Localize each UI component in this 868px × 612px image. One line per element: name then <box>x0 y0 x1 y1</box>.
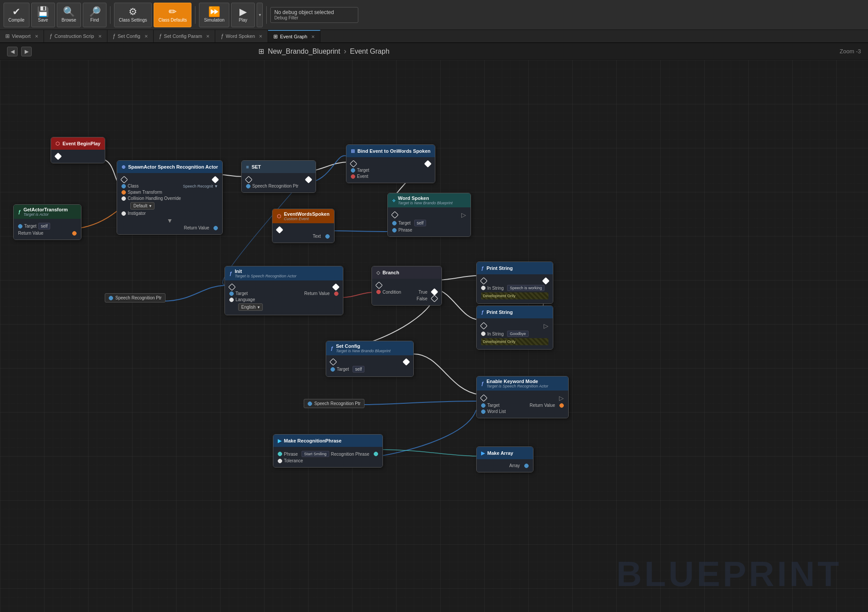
class-settings-button[interactable]: ⚙ Class Settings <box>114 3 152 27</box>
pin-row-exec <box>481 278 548 284</box>
return-pin <box>334 291 338 296</box>
target-label: Target <box>235 291 248 296</box>
eventgraph-close[interactable]: ✕ <box>311 34 315 39</box>
exec-in-pin <box>480 277 488 285</box>
blueprint-canvas[interactable]: ⬡ Event BeginPlay ƒ GetActorTransform Ta… <box>0 60 868 612</box>
tab-eventgraph[interactable]: ⊞ Event Graph ✕ <box>268 30 320 42</box>
exec-out-pin <box>55 153 62 160</box>
pin-row-spawn-transform: Spawn Transform <box>121 190 218 195</box>
class-defaults-button[interactable]: ✏ Class Defaults <box>154 3 191 27</box>
node-title: Print String <box>486 265 513 271</box>
browse-button[interactable]: 🔍 Browse <box>57 3 81 27</box>
recog-phrase-label: Recognition Phrase <box>331 452 369 457</box>
pin-row-exec <box>229 284 338 290</box>
return-pin <box>559 403 564 408</box>
language-dropdown[interactable]: English ▾ <box>238 303 263 311</box>
phrase-label: Phrase <box>398 228 412 232</box>
class-label: Class <box>128 184 139 188</box>
pin-row-return: Return Value <box>121 225 218 230</box>
node-body: Array <box>477 459 533 472</box>
node-header: ⊕ SpawnActor Speech Recognition Actor <box>117 161 222 173</box>
exec-in-pin <box>375 282 383 289</box>
target-pin <box>392 221 397 225</box>
node-word-spoken[interactable]: ⟡ Word Spoken Target is New Brando Bluep… <box>387 193 471 237</box>
class-defaults-icon: ✏ <box>169 7 177 17</box>
pin-row-exec-out <box>55 154 100 159</box>
find-button[interactable]: 🔎 Find <box>83 3 107 27</box>
exec-out-pin <box>403 358 410 366</box>
tab-setconfigparam[interactable]: ƒ Set Config Param ✕ <box>154 30 216 42</box>
exec-in-pin <box>228 284 236 291</box>
true-label: True <box>419 290 427 295</box>
node-subtitle: Target is New Brando Blueprint <box>336 349 390 353</box>
play-dropdown-arrow[interactable]: ▾ <box>257 3 263 27</box>
viewport-icon: ⊞ <box>5 33 10 39</box>
node-body: ▷ Target self Phrase <box>388 207 471 236</box>
zoom-level: Zoom -3 <box>840 48 861 55</box>
tab-viewport[interactable]: ⊞ Viewport ✕ <box>0 30 44 42</box>
node-subtitle: Target is Actor <box>23 212 68 217</box>
in-string-label: In String <box>487 332 504 336</box>
setconfig-close[interactable]: ✕ <box>144 34 148 39</box>
exec-in-pin <box>480 322 488 330</box>
compile-button[interactable]: ✔ Compile <box>4 3 29 27</box>
debug-object-select[interactable]: No debug object selected Debug Filter <box>270 7 358 23</box>
node-set[interactable]: ≡ SET Speech Recognition Ptr <box>241 160 316 193</box>
exec-out-pin <box>424 160 432 168</box>
node-title: Print String <box>486 310 513 315</box>
node-header: ƒ Print String <box>477 306 553 318</box>
node-get-actor-transform[interactable]: ƒ GetActorTransform Target is Actor Targ… <box>13 204 81 240</box>
node-print-string-1[interactable]: ƒ Print String In String Speech is worki… <box>476 262 553 304</box>
viewport-close[interactable]: ✕ <box>35 34 38 39</box>
setconfigparam-close[interactable]: ✕ <box>206 34 210 39</box>
node-event-words-spoken[interactable]: ⬡ EventWordsSpoken Custom Event Text <box>272 209 335 243</box>
string-value: Goodbye <box>507 331 529 337</box>
node-event-begin-play[interactable]: ⬡ Event BeginPlay <box>51 137 105 163</box>
node-init[interactable]: ƒ Init Target is Speech Recognition Acto… <box>224 266 343 315</box>
tolerance-pin <box>278 459 282 463</box>
target-pin <box>18 224 22 229</box>
node-bind-event[interactable]: ⊞ Bind Event to OnWords Spoken Target Ev… <box>346 144 435 183</box>
node-make-recognition-phrase[interactable]: ▶ Make RecognitionPhrase Phrase Start Sm… <box>273 434 383 468</box>
self-value: self <box>414 220 427 226</box>
node-spawn-actor[interactable]: ⊕ SpawnActor Speech Recognition Actor Cl… <box>117 160 223 235</box>
node-header: ▶ Make RecognitionPhrase <box>273 435 383 447</box>
breadcrumb-path: ⊞ New_Brando_Blueprint › Event Graph <box>258 47 389 56</box>
ptr2-pin <box>308 402 312 406</box>
pin-row-class: Class Speech Recognit ▼ <box>121 184 218 188</box>
target-pin <box>229 291 234 296</box>
collision-dropdown[interactable]: Default ▾ <box>130 202 154 210</box>
exec-in-pin <box>350 160 357 168</box>
forward-button[interactable]: ▶ <box>21 47 32 56</box>
lang-pin <box>229 298 234 302</box>
phrase-pin <box>278 452 282 456</box>
node-body: Condition True False <box>372 279 441 305</box>
node-print-string-2[interactable]: ƒ Print String ▷ In String Goodbye Devel… <box>476 306 553 350</box>
node-branch[interactable]: ◇ Branch Condition True False <box>371 266 442 306</box>
string-pin <box>481 332 485 336</box>
tab-wordspoken[interactable]: ƒ Word Spoken ✕ <box>215 30 268 42</box>
pin-row-speech-ptr: Speech Recognition Ptr <box>246 184 311 188</box>
setconfigparam-icon: ƒ <box>159 33 162 39</box>
toolbar-separator <box>110 6 110 24</box>
exec-out-pin <box>276 226 283 234</box>
exec-out-pin <box>212 176 219 184</box>
play-button[interactable]: ▶ Play <box>231 3 255 27</box>
node-body <box>51 150 105 163</box>
return-label: Return Value <box>18 231 44 236</box>
simulation-button[interactable]: ⏩ Simulation <box>199 3 229 27</box>
wordspoken-close[interactable]: ✕ <box>259 34 262 39</box>
node-make-array[interactable]: ▶ Make Array Array <box>476 446 533 472</box>
node-subtitle: Custom Event <box>284 217 330 221</box>
save-button[interactable]: 💾 Save <box>31 3 55 27</box>
construction-close[interactable]: ✕ <box>98 34 102 39</box>
node-header: ▶ Make Array <box>477 447 533 459</box>
pin-row-target: Target self <box>331 366 409 372</box>
node-set-config[interactable]: ƒ Set Config Target is New Brando Bluepr… <box>326 341 414 377</box>
tab-construction[interactable]: ƒ Construction Scrip ✕ <box>44 30 107 42</box>
blueprint-icon: ⊞ <box>258 47 264 55</box>
node-enable-keyword[interactable]: ƒ Enable Keyword Mode Target is Speech R… <box>476 376 569 418</box>
tolerance-label: Tolerance <box>284 458 303 463</box>
back-button[interactable]: ◀ <box>7 47 18 56</box>
tab-setconfig[interactable]: ƒ Set Config ✕ <box>107 30 154 42</box>
